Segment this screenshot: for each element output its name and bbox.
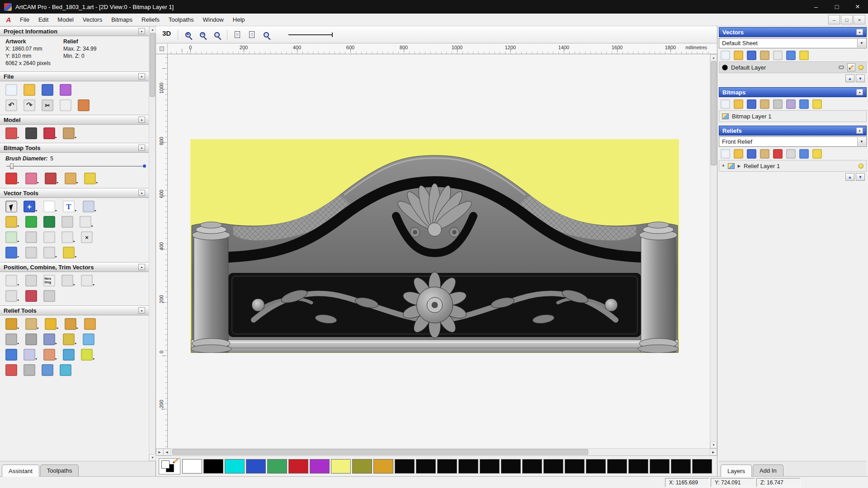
collapse-section-button[interactable]: ▲ [138, 307, 145, 314]
Bitmaps[interactable]: Bitmaps [107, 14, 137, 25]
draw-brush-icon[interactable]: ▸ [5, 173, 19, 184]
smooth-relief-icon[interactable]: ▸ [5, 333, 19, 345]
primary-secondary-colours[interactable] [159, 458, 180, 474]
panel-expand-icon[interactable]: ▶ [156, 449, 163, 455]
edit-layer-button[interactable] [847, 63, 855, 71]
line-width-control[interactable] [288, 34, 332, 35]
convert-layer-icon[interactable] [786, 99, 796, 109]
scroll-up-icon[interactable]: ▲ [149, 26, 156, 33]
File[interactable]: File [15, 14, 34, 25]
scroll-up-icon[interactable]: ▲ [710, 54, 717, 61]
snap-tools-icon[interactable]: ▸ [5, 216, 19, 228]
shape-wizard-icon[interactable]: ▸ [45, 318, 59, 330]
collapse-section-button[interactable]: ▲ [138, 145, 145, 151]
dome-icon[interactable] [5, 364, 18, 376]
offset-vectors-icon[interactable]: ▸ [43, 247, 57, 258]
import-model-icon[interactable] [60, 84, 72, 96]
open-vector-layer-icon[interactable] [734, 51, 743, 60]
align-vectors-icon[interactable]: ▸ [5, 275, 19, 286]
measure-icon[interactable]: ▸ [83, 201, 97, 212]
two-rail-sweep-icon[interactable] [5, 349, 18, 361]
save-model-icon[interactable] [42, 84, 54, 96]
envelope-distort-icon[interactable] [83, 333, 95, 345]
relief-library-icon[interactable]: ▸ [43, 333, 57, 345]
merge-visible-layers-icon[interactable] [760, 99, 769, 109]
weld-vectors-icon[interactable] [25, 290, 38, 302]
merge-all-layers-icon[interactable] [773, 51, 783, 60]
colour-picker-icon[interactable]: ▸ [45, 173, 59, 184]
colour-swatch[interactable] [671, 459, 691, 474]
view-3d-button[interactable]: 3D [160, 29, 174, 40]
next-view-icon[interactable] [246, 29, 258, 41]
cut-icon[interactable]: ✂ [42, 99, 54, 111]
scrollbar-thumb[interactable] [711, 61, 717, 165]
colour-swatch[interactable] [650, 459, 670, 474]
load-image-icon[interactable]: ▸ [63, 127, 77, 139]
calculate-relief-icon[interactable] [773, 149, 783, 159]
new-relief-layer-icon[interactable] [721, 149, 730, 159]
scroll-right-icon[interactable]: ▶ [710, 449, 717, 455]
delete-layer-icon[interactable] [799, 99, 809, 109]
move-layer-down-button[interactable]: ▼ [856, 75, 865, 82]
Vectors[interactable]: Vectors [78, 14, 107, 25]
trim-vectors-icon[interactable]: × [81, 231, 93, 243]
fit-curve-icon[interactable] [25, 231, 38, 243]
colour-swatch[interactable] [480, 459, 500, 474]
colour-swatch[interactable] [395, 459, 415, 474]
extrude-icon[interactable]: ▸ [65, 318, 79, 330]
new-model-icon[interactable] [5, 84, 18, 96]
toggle-all-visibility-icon[interactable] [812, 99, 822, 109]
dropdown-arrow-icon[interactable]: ▼ [857, 137, 866, 146]
canvas-horizontal-scrollbar[interactable]: ▶ ◀ ▶ [156, 448, 717, 455]
mdi-restore-button[interactable]: □ [841, 15, 853, 24]
drawing-canvas[interactable] [168, 54, 710, 448]
merge-visible-layers-icon[interactable] [760, 51, 769, 60]
rotate-copy-icon[interactable]: ▸ [81, 275, 95, 286]
paste-icon[interactable] [78, 99, 90, 111]
layer-colour-chip[interactable] [722, 65, 728, 70]
snap-toggle-icon[interactable] [839, 66, 844, 69]
colour-swatch[interactable] [501, 459, 521, 474]
open-relief-layer-icon[interactable] [734, 149, 743, 159]
colour-swatch[interactable] [543, 459, 563, 474]
vector-doctor-icon[interactable] [43, 216, 56, 228]
tab-assistant[interactable]: Assistant [2, 465, 39, 477]
maximize-button[interactable]: □ [826, 0, 847, 14]
collapse-section-button[interactable]: ▲ [856, 29, 863, 35]
expand-layer-icon[interactable]: ▶ [738, 164, 741, 168]
colour-swatch[interactable] [288, 459, 308, 474]
previous-view-icon[interactable] [231, 29, 243, 41]
bitmap-layer-row[interactable]: Bitmap Layer 1 [719, 110, 867, 122]
toggle-all-visibility-icon[interactable] [812, 149, 822, 159]
scroll-left-icon[interactable]: ◀ [163, 449, 170, 455]
bezier-editing-icon[interactable] [43, 231, 56, 243]
create-spiral-icon[interactable] [43, 290, 56, 302]
center-in-page-icon[interactable] [25, 275, 38, 286]
duplicate-layer-icon[interactable] [786, 149, 796, 159]
select-vectors-icon[interactable] [5, 201, 18, 212]
create-circle-icon[interactable]: ▸ [5, 247, 19, 258]
minimize-button[interactable]: – [806, 0, 826, 14]
layer-visibility-icon[interactable] [859, 65, 863, 70]
left-panel-scrollbar[interactable]: ▲ ▼ [149, 26, 156, 461]
sheet-select[interactable]: Default Sheet ▼ [719, 38, 867, 48]
create-text-icon[interactable]: T▸ [63, 201, 77, 212]
Toolpaths[interactable]: Toolpaths [164, 14, 198, 25]
scrollbar-thumb[interactable] [150, 33, 155, 97]
weave-wizard-icon[interactable]: ▸ [24, 349, 38, 361]
delete-layer-icon[interactable] [799, 149, 809, 159]
block-copy-icon[interactable]: ▸ [61, 275, 75, 286]
save-vector-layer-icon[interactable] [747, 51, 756, 60]
brush-diameter-slider[interactable] [6, 163, 142, 170]
new-bitmap-layer-icon[interactable] [721, 99, 730, 109]
collapse-section-button[interactable]: ▲ [138, 73, 145, 80]
flood-fill-icon[interactable]: ▸ [84, 173, 98, 184]
delete-layer-icon[interactable] [786, 51, 796, 60]
collapse-section-button[interactable]: ▲ [138, 264, 145, 270]
scrollbar-thumb[interactable] [172, 449, 588, 455]
Reliefs[interactable]: Reliefs [137, 14, 164, 25]
spin-icon[interactable] [84, 318, 96, 330]
offset-relief-icon[interactable]: ▸ [63, 333, 77, 345]
mdi-minimize-button[interactable]: – [828, 15, 840, 24]
collapse-section-button[interactable]: ▲ [856, 127, 863, 134]
